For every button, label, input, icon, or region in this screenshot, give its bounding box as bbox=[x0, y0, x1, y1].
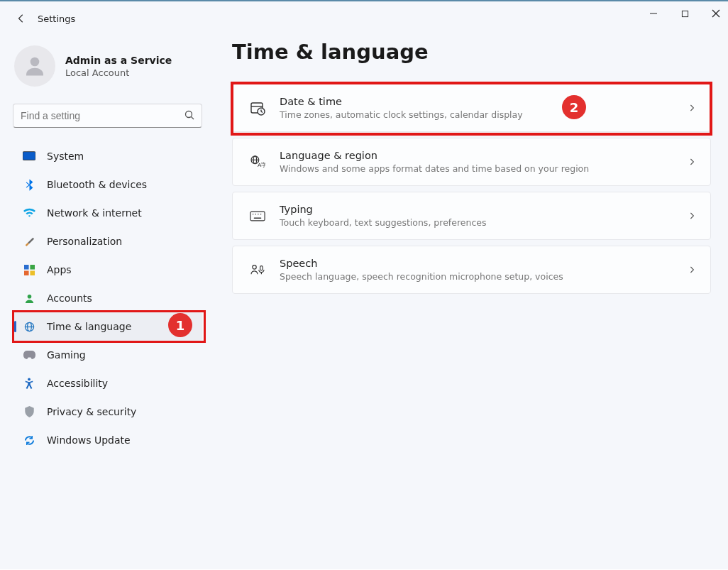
gaming-icon bbox=[23, 349, 35, 361]
chevron-right-icon bbox=[686, 264, 697, 275]
search-input[interactable] bbox=[13, 104, 202, 128]
sidebar-item-label: Windows Update bbox=[47, 434, 131, 446]
keyboard-icon bbox=[247, 211, 268, 221]
svg-rect-27 bbox=[250, 212, 265, 221]
svg-rect-10 bbox=[30, 265, 35, 270]
card-title: Date & time bbox=[280, 96, 686, 107]
wifi-icon bbox=[23, 207, 35, 219]
card-language-region[interactable]: A字 Language & region Windows and some ap… bbox=[232, 138, 711, 186]
search-field[interactable] bbox=[13, 104, 202, 128]
globe-icon bbox=[23, 320, 35, 333]
bluetooth-icon bbox=[23, 178, 35, 191]
svg-point-33 bbox=[253, 265, 256, 269]
card-sub: Speech language, speech recognition micr… bbox=[280, 271, 686, 282]
svg-rect-34 bbox=[260, 266, 263, 270]
svg-rect-9 bbox=[24, 265, 29, 270]
user-sub: Local Account bbox=[65, 67, 172, 78]
maximize-button[interactable] bbox=[678, 7, 691, 20]
sidebar-item-label: Privacy & security bbox=[47, 406, 136, 417]
card-date-time[interactable]: Date & time Time zones, automatic clock … bbox=[232, 84, 711, 132]
card-typing[interactable]: Typing Touch keyboard, text suggestions,… bbox=[232, 192, 711, 240]
card-title: Language & region bbox=[280, 150, 686, 161]
shield-icon bbox=[23, 405, 35, 418]
sidebar-item-label: Gaming bbox=[47, 349, 86, 361]
sidebar-item-label: Network & internet bbox=[47, 207, 142, 219]
update-icon bbox=[23, 434, 35, 446]
clock-icon bbox=[247, 100, 268, 116]
nav: System Bluetooth & devices Network & int… bbox=[13, 142, 202, 454]
chevron-right-icon bbox=[686, 156, 697, 168]
titlebar: Settings bbox=[0, 1, 728, 35]
sidebar-item-label: Personalization bbox=[47, 236, 122, 247]
sidebar-item-apps[interactable]: Apps bbox=[13, 256, 202, 284]
account-icon bbox=[23, 292, 35, 305]
card-sub: Time zones, automatic clock settings, ca… bbox=[280, 109, 686, 120]
sidebar-item-privacy[interactable]: Privacy & security bbox=[13, 398, 202, 426]
sidebar-item-accessibility[interactable]: Accessibility bbox=[13, 369, 202, 398]
sidebar-item-windows-update[interactable]: Windows Update bbox=[13, 426, 202, 454]
user-name: Admin as a Service bbox=[65, 55, 172, 66]
card-title: Typing bbox=[280, 204, 686, 215]
language-icon: A字 bbox=[247, 155, 268, 168]
annotation-callout-1: 1 bbox=[168, 313, 192, 337]
page-title: Time & language bbox=[232, 40, 711, 64]
card-speech[interactable]: Speech Speech language, speech recogniti… bbox=[232, 246, 711, 294]
sidebar-item-gaming[interactable]: Gaming bbox=[13, 341, 202, 369]
card-sub: Windows and some apps format dates and t… bbox=[280, 163, 686, 174]
sidebar-item-network[interactable]: Network & internet bbox=[13, 199, 202, 227]
sidebar-item-label: Accessibility bbox=[47, 378, 108, 389]
sidebar: Admin as a Service Local Account System … bbox=[0, 35, 213, 454]
speech-icon bbox=[247, 263, 268, 276]
close-button[interactable] bbox=[710, 7, 722, 20]
back-button[interactable] bbox=[16, 13, 27, 24]
svg-rect-11 bbox=[24, 270, 29, 275]
window-controls bbox=[647, 7, 722, 20]
user-block[interactable]: Admin as a Service Local Account bbox=[13, 43, 202, 99]
sidebar-item-system[interactable]: System bbox=[13, 142, 202, 170]
card-sub: Touch keyboard, text suggestions, prefer… bbox=[280, 217, 686, 228]
sidebar-item-label: Apps bbox=[47, 264, 72, 275]
content: Time & language Date & time Time zones, … bbox=[232, 40, 711, 300]
titlebar-label: Settings bbox=[38, 13, 75, 24]
card-title: Speech bbox=[280, 258, 686, 269]
accessibility-icon bbox=[23, 377, 35, 390]
apps-icon bbox=[23, 263, 35, 276]
chevron-right-icon bbox=[686, 102, 697, 114]
annotation-callout-2: 2 bbox=[562, 95, 586, 119]
svg-rect-12 bbox=[30, 270, 35, 275]
svg-text:A字: A字 bbox=[258, 162, 265, 168]
sidebar-item-bluetooth[interactable]: Bluetooth & devices bbox=[13, 170, 202, 199]
sidebar-item-personalization[interactable]: Personalization bbox=[13, 227, 202, 256]
svg-rect-1 bbox=[682, 11, 688, 16]
avatar bbox=[14, 45, 55, 87]
chevron-right-icon bbox=[686, 210, 697, 221]
system-icon bbox=[23, 150, 35, 163]
minimize-button[interactable] bbox=[647, 7, 660, 20]
sidebar-item-label: Accounts bbox=[47, 292, 92, 304]
svg-point-17 bbox=[28, 378, 31, 380]
sidebar-item-label: System bbox=[47, 150, 84, 162]
sidebar-item-accounts[interactable]: Accounts bbox=[13, 284, 202, 312]
svg-point-13 bbox=[27, 294, 31, 298]
sidebar-item-label: Time & language bbox=[47, 321, 131, 332]
svg-point-4 bbox=[31, 57, 40, 67]
sidebar-item-label: Bluetooth & devices bbox=[47, 179, 147, 190]
brush-icon bbox=[23, 235, 35, 248]
svg-rect-7 bbox=[23, 152, 35, 160]
